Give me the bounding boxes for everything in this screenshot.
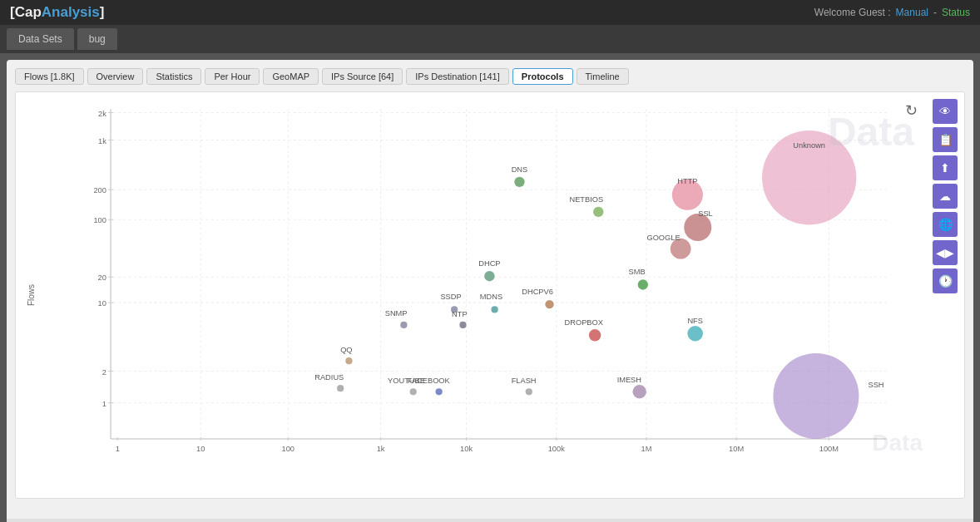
bubble-imesh[interactable] (632, 385, 646, 398)
tab-overview[interactable]: Overview (87, 68, 144, 85)
tab-statistics[interactable]: Statistics (146, 68, 201, 85)
header-separator: - (933, 7, 937, 18)
welcome-text: Welcome Guest : (814, 7, 891, 18)
svg-text:GOOGLE: GOOGLE (646, 234, 680, 242)
svg-text:10k: 10k (460, 445, 473, 453)
svg-text:MDNS: MDNS (480, 293, 502, 301)
bubble-mdns[interactable] (491, 306, 497, 313)
svg-text:200: 200 (93, 186, 106, 195)
bubble-flash[interactable] (526, 388, 532, 395)
svg-text:1: 1 (102, 400, 106, 408)
svg-text:NETBIOS: NETBIOS (569, 195, 603, 204)
tab-per-hour[interactable]: Per Hour (205, 68, 260, 85)
svg-text:2: 2 (102, 368, 106, 377)
bubble-youtube[interactable] (410, 388, 417, 395)
nav-bar: Data Sets bug (0, 25, 980, 53)
chart-area: ↻ 👁 📋 ⬆ ☁ 🌐 ◀▶ 🕐 Flows Data Data (15, 91, 965, 499)
logo-bracket-right: ] (100, 4, 105, 21)
svg-text:20: 20 (98, 273, 106, 282)
svg-text:10: 10 (196, 445, 205, 453)
manual-link[interactable]: Manual (896, 7, 928, 18)
svg-text:RADIUS: RADIUS (314, 373, 344, 382)
svg-text:SSL: SSL (698, 209, 713, 218)
main-content: Flows [1.8K] Overview Statistics Per Hou… (7, 60, 973, 522)
y-axis-label: Flows (27, 284, 36, 306)
svg-text:SSH: SSH (869, 381, 884, 389)
tab-protocols[interactable]: Protocols (512, 68, 573, 85)
bubble-dns[interactable] (514, 177, 524, 187)
nav-tab-bug[interactable]: bug (77, 28, 117, 50)
tab-ips-source[interactable]: IPs Source [64] (322, 68, 403, 85)
svg-text:2k: 2k (98, 110, 106, 118)
svg-text:NTP: NTP (452, 310, 468, 318)
svg-text:FLASH: FLASH (512, 377, 537, 385)
logo: [ Cap Analysis ] (10, 4, 104, 21)
footer: CapAnalysis 1.0.0- http://www.capanalysi… (7, 519, 973, 522)
svg-text:1M: 1M (641, 445, 652, 453)
header: [ Cap Analysis ] Welcome Guest : Manual … (0, 0, 980, 25)
scatter-plot: 2k 1k 200 100 20 10 2 (62, 101, 923, 469)
bubble-qq[interactable] (345, 357, 352, 364)
tab-geomap[interactable]: GeoMAP (263, 68, 319, 85)
tab-flows[interactable]: Flows [1.8K] (15, 68, 84, 85)
bubble-ntp[interactable] (459, 322, 466, 328)
svg-text:1k: 1k (98, 137, 106, 145)
bubble-radius[interactable] (337, 385, 344, 392)
svg-text:IMESH: IMESH (617, 376, 641, 384)
bubble-dhcpv6[interactable] (545, 300, 553, 308)
tabs-row: Flows [1.8K] Overview Statistics Per Hou… (15, 68, 965, 85)
bubble-smb[interactable] (638, 279, 648, 289)
svg-text:100: 100 (93, 216, 106, 224)
scatter-container: Flows Data Data 2k 1k 200 (16, 92, 964, 498)
svg-text:1: 1 (116, 445, 120, 453)
svg-text:DROPBOX: DROPBOX (565, 318, 603, 327)
logo-analysis: Analysis (42, 4, 100, 21)
svg-text:NFS: NFS (687, 317, 703, 325)
svg-text:SMB: SMB (629, 268, 646, 276)
bubble-netbios[interactable] (593, 207, 603, 217)
svg-text:DHCPV6: DHCPV6 (522, 288, 553, 296)
svg-text:100k: 100k (548, 445, 565, 453)
svg-text:1k: 1k (377, 445, 385, 453)
svg-text:100M: 100M (819, 445, 839, 453)
svg-text:SSDP: SSDP (440, 293, 461, 301)
bubble-nfs[interactable] (687, 326, 703, 342)
status-link[interactable]: Status (942, 7, 970, 18)
tab-ips-destination[interactable]: IPs Destination [141] (406, 68, 509, 85)
svg-text:QQ: QQ (340, 346, 352, 354)
header-right: Welcome Guest : Manual - Status (814, 7, 970, 18)
svg-text:DHCP: DHCP (478, 259, 500, 268)
svg-text:SNMP: SNMP (385, 309, 408, 318)
logo-cap: Cap (15, 4, 42, 21)
svg-text:10: 10 (98, 299, 106, 308)
svg-text:Unknown: Unknown (793, 141, 825, 150)
bubble-snmp[interactable] (400, 322, 407, 328)
tab-timeline[interactable]: Timeline (577, 68, 629, 85)
bubble-dhcp[interactable] (484, 271, 494, 281)
svg-text:FACEBOOK: FACEBOOK (408, 377, 451, 385)
svg-text:HTTP: HTTP (677, 177, 697, 185)
bubble-facebook[interactable] (436, 388, 443, 395)
svg-text:100: 100 (282, 445, 294, 453)
bubble-dropbox[interactable] (589, 329, 601, 341)
svg-text:10M: 10M (729, 445, 744, 453)
svg-text:DNS: DNS (512, 165, 528, 174)
nav-tab-datasets[interactable]: Data Sets (7, 28, 74, 50)
bubble-ssh[interactable] (773, 353, 859, 439)
